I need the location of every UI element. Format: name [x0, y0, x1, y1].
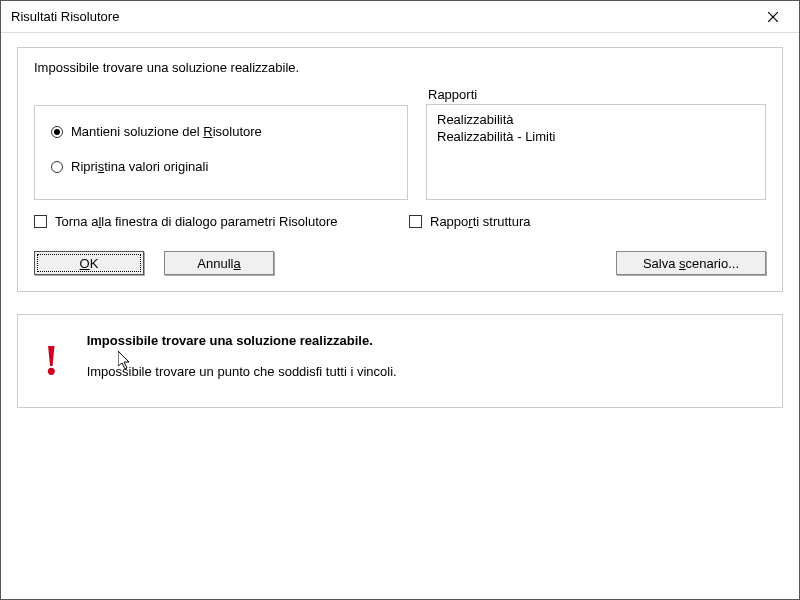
solution-options: Mantieni soluzione del Risolutore Ripris…: [34, 105, 408, 200]
button-row: OK Annulla Salva scenario...: [34, 251, 766, 275]
reports-column: Rapporti Realizzabilità Realizzabilità -…: [426, 87, 766, 200]
ok-button[interactable]: OK: [34, 251, 144, 275]
radio-icon: [51, 161, 63, 173]
reports-listbox[interactable]: Realizzabilità Realizzabilità - Limiti: [426, 104, 766, 200]
message-text: Impossibile trovare una soluzione realiz…: [87, 333, 397, 379]
window-title: Risultati Risolutore: [11, 9, 119, 24]
return-to-params-label: Torna alla finestra di dialogo parametri…: [55, 214, 338, 229]
message-title: Impossibile trovare una soluzione realiz…: [87, 333, 397, 348]
checkbox-icon: [409, 215, 422, 228]
checkbox-icon: [34, 215, 47, 228]
cancel-button[interactable]: Annulla: [164, 251, 274, 275]
status-text: Impossibile trovare una soluzione realiz…: [34, 60, 766, 75]
save-scenario-button[interactable]: Salva scenario...: [616, 251, 766, 275]
top-row: Mantieni soluzione del Risolutore Ripris…: [34, 87, 766, 200]
message-panel: ! Impossibile trovare una soluzione real…: [17, 314, 783, 408]
checkbox-row: Torna alla finestra di dialogo parametri…: [34, 214, 766, 229]
keep-solution-radio[interactable]: Mantieni soluzione del Risolutore: [51, 124, 391, 139]
keep-solution-label: Mantieni soluzione del Risolutore: [71, 124, 262, 139]
report-item[interactable]: Realizzabilità - Limiti: [437, 128, 755, 145]
return-to-params-checkbox[interactable]: Torna alla finestra di dialogo parametri…: [34, 214, 391, 229]
alert-icon: !: [44, 341, 59, 381]
reports-label: Rapporti: [426, 87, 766, 102]
report-item[interactable]: Realizzabilità: [437, 111, 755, 128]
close-icon: [768, 12, 778, 22]
structure-reports-checkbox[interactable]: Rapporti struttura: [409, 214, 766, 229]
restore-values-radio[interactable]: Ripristina valori originali: [51, 159, 391, 174]
titlebar: Risultati Risolutore: [1, 1, 799, 33]
message-body: Impossibile trovare un punto che soddisf…: [87, 364, 397, 379]
spacer: [294, 251, 596, 275]
restore-values-label: Ripristina valori originali: [71, 159, 208, 174]
main-panel: Impossibile trovare una soluzione realiz…: [17, 47, 783, 292]
radio-icon-checked: [51, 126, 63, 138]
dialog-content: Impossibile trovare una soluzione realiz…: [1, 33, 799, 422]
close-button[interactable]: [757, 5, 789, 29]
structure-reports-label: Rapporti struttura: [430, 214, 530, 229]
